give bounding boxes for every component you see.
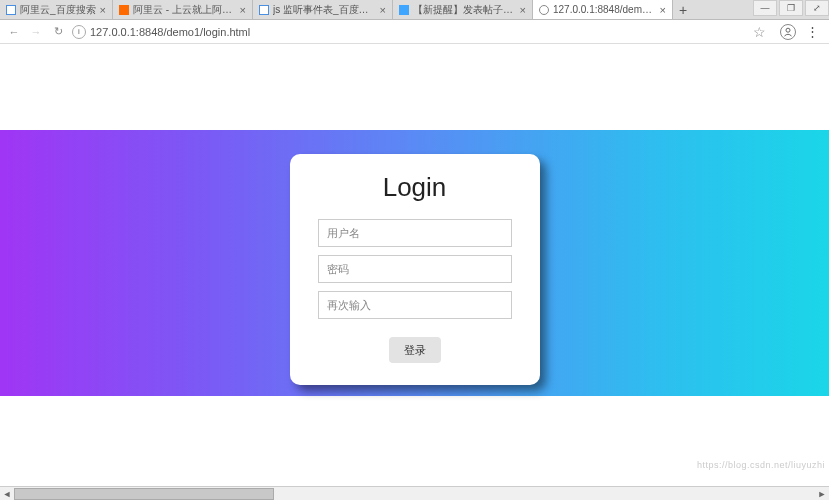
login-button[interactable]: 登录 <box>389 337 441 363</box>
forward-button[interactable]: → <box>28 24 44 40</box>
url-field[interactable]: i 127.0.0.1:8848/demo1/login.html <box>72 25 747 39</box>
scroll-track[interactable] <box>14 487 815 501</box>
password-input[interactable] <box>318 255 512 283</box>
tab-close-icon[interactable]: × <box>520 4 526 16</box>
tab-title: js 监听事件表_百度搜索 <box>273 3 376 17</box>
favicon-icon <box>259 5 269 15</box>
site-info-icon[interactable]: i <box>72 25 86 39</box>
hero-gradient: Login 登录 <box>0 130 829 396</box>
new-tab-button[interactable]: + <box>673 2 693 18</box>
profile-icon[interactable] <box>780 24 796 40</box>
scroll-thumb[interactable] <box>14 488 274 500</box>
reload-button[interactable]: ↻ <box>50 24 66 40</box>
confirm-password-input[interactable] <box>318 291 512 319</box>
horizontal-scrollbar[interactable]: ◄ ► <box>0 486 829 500</box>
page-viewport: Login 登录 https://blog.csdn.net/liuyuzhi <box>0 44 829 486</box>
tab-title: 阿里云_百度搜索 <box>20 3 96 17</box>
bookmark-star-icon[interactable]: ☆ <box>753 24 766 40</box>
login-card: Login 登录 <box>290 154 540 385</box>
tab-close-icon[interactable]: × <box>100 4 106 16</box>
tab-close-icon[interactable]: × <box>660 4 666 16</box>
tab-close-icon[interactable]: × <box>380 4 386 16</box>
browser-tab-2[interactable]: js 监听事件表_百度搜索× <box>253 0 393 19</box>
favicon-icon <box>399 5 409 15</box>
favicon-icon <box>6 5 16 15</box>
back-button[interactable]: ← <box>6 24 22 40</box>
browser-tab-1[interactable]: 阿里云 - 上云就上阿里云× <box>113 0 253 19</box>
watermark-text: https://blog.csdn.net/liuyuzhi <box>697 460 825 470</box>
browser-addressbar: ← → ↻ i 127.0.0.1:8848/demo1/login.html … <box>0 20 829 44</box>
tab-title: 【新提醒】发表帖子 - JavaScri <box>413 3 516 17</box>
window-controls: — ❐ ⤢ <box>753 0 829 16</box>
browser-tab-4[interactable]: 127.0.0.1:8848/demo1/login.h× <box>533 0 673 19</box>
url-text: 127.0.0.1:8848/demo1/login.html <box>90 26 250 38</box>
restore-button[interactable]: ⤢ <box>805 0 829 16</box>
menu-icon[interactable]: ⋮ <box>802 24 823 39</box>
login-title: Login <box>383 172 447 203</box>
browser-tabbar: 阿里云_百度搜索×阿里云 - 上云就上阿里云×js 监听事件表_百度搜索×【新提… <box>0 0 829 20</box>
browser-tab-3[interactable]: 【新提醒】发表帖子 - JavaScri× <box>393 0 533 19</box>
favicon-icon <box>119 5 129 15</box>
tab-title: 阿里云 - 上云就上阿里云 <box>133 3 236 17</box>
username-input[interactable] <box>318 219 512 247</box>
scroll-right-arrow[interactable]: ► <box>815 487 829 501</box>
scroll-left-arrow[interactable]: ◄ <box>0 487 14 501</box>
browser-tab-0[interactable]: 阿里云_百度搜索× <box>0 0 113 19</box>
tab-title: 127.0.0.1:8848/demo1/login.h <box>553 4 656 15</box>
svg-point-0 <box>786 28 790 32</box>
minimize-button[interactable]: — <box>753 0 777 16</box>
favicon-icon <box>539 5 549 15</box>
tab-close-icon[interactable]: × <box>240 4 246 16</box>
maximize-button[interactable]: ❐ <box>779 0 803 16</box>
